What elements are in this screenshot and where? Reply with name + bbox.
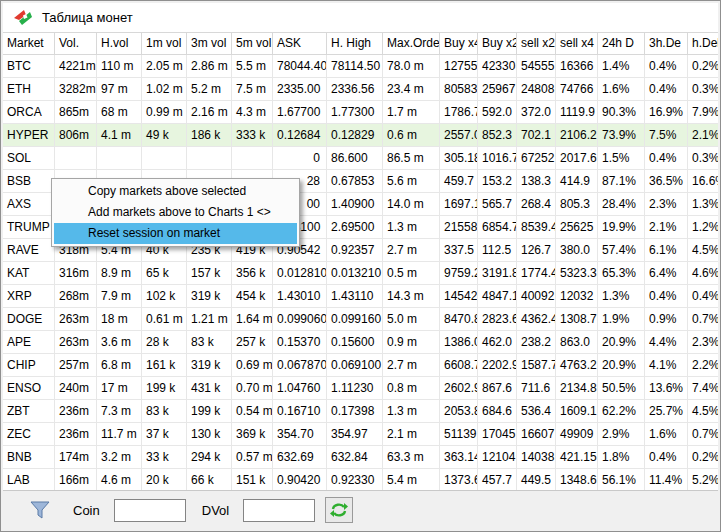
value-cell[interactable]: 867.6 — [478, 377, 517, 400]
value-cell[interactable]: 3282m — [55, 78, 97, 101]
value-cell[interactable]: 5.4 m — [383, 469, 440, 490]
value-cell[interactable]: 236m — [55, 423, 97, 446]
value-cell[interactable]: 5.2 m — [187, 78, 232, 101]
column-header-h-high[interactable]: H. High — [327, 33, 383, 55]
value-cell[interactable]: 2336.56 — [327, 78, 383, 101]
table-row-doge[interactable]: DOGE263m18 m0.61 m1.21 m1.64 m0.0990600.… — [3, 308, 718, 331]
value-cell[interactable]: 0.4% — [645, 78, 688, 101]
value-cell[interactable]: 454 k — [232, 285, 273, 308]
value-cell[interactable]: 11.7 m — [97, 423, 142, 446]
value-cell[interactable]: 1308.7 — [556, 308, 598, 331]
value-cell[interactable]: 126.7 — [517, 239, 556, 262]
value-cell[interactable]: 186 k — [187, 124, 232, 147]
value-cell[interactable]: 13.6% — [645, 377, 688, 400]
value-cell[interactable]: 110 m — [97, 55, 142, 78]
column-header-24h-d[interactable]: 24h D — [598, 33, 645, 55]
value-cell[interactable]: 14542 — [440, 285, 478, 308]
value-cell[interactable]: 21558 — [440, 216, 478, 239]
value-cell[interactable]: 50.5% — [598, 377, 645, 400]
value-cell[interactable]: 17 m — [97, 377, 142, 400]
value-cell[interactable]: 25625 — [556, 216, 598, 239]
value-cell[interactable]: 337.5 — [440, 239, 478, 262]
table-row-eth[interactable]: ETH3282m97 m1.02 m5.2 m7.5 m2335.002336.… — [3, 78, 718, 101]
value-cell[interactable]: 20 k — [142, 469, 187, 490]
value-cell[interactable]: 83 k — [142, 400, 187, 423]
value-cell[interactable]: 1.3% — [688, 193, 718, 216]
value-cell[interactable]: 268.4 — [517, 193, 556, 216]
column-header-h-delta[interactable]: h.Delta — [688, 33, 718, 55]
value-cell[interactable]: 5.2% — [688, 469, 718, 490]
value-cell[interactable]: 852.3 — [478, 124, 517, 147]
coin-filter-input[interactable] — [114, 499, 186, 522]
market-cell[interactable]: ORCA — [3, 101, 55, 124]
value-cell[interactable]: 1.8% — [598, 446, 645, 469]
value-cell[interactable]: 457.7 — [478, 469, 517, 490]
value-cell[interactable]: 0.57 m — [232, 446, 273, 469]
value-cell[interactable]: 0.17398 — [327, 400, 383, 423]
value-cell[interactable]: 112.5 — [478, 239, 517, 262]
value-cell[interactable]: 0.6 m — [383, 124, 440, 147]
value-cell[interactable]: 12104 — [478, 446, 517, 469]
value-cell[interactable]: 380.0 — [556, 239, 598, 262]
table-row-zec[interactable]: ZEC236m11.7 m37 k130 k369 k354.70354.972… — [3, 423, 718, 446]
value-cell[interactable] — [55, 147, 97, 170]
column-header-buy-x4[interactable]: Buy x4 — [440, 33, 478, 55]
value-cell[interactable]: 0.9 m — [383, 331, 440, 354]
value-cell[interactable]: 2.3% — [645, 193, 688, 216]
value-cell[interactable]: 4362.4 — [517, 308, 556, 331]
value-cell[interactable]: 14.0 m — [383, 193, 440, 216]
value-cell[interactable]: 2335.00 — [273, 78, 327, 101]
value-cell[interactable]: 1.21 m — [187, 308, 232, 331]
column-header-5m-vol[interactable]: 5m vol — [232, 33, 273, 55]
value-cell[interactable]: 151 k — [232, 469, 273, 490]
value-cell[interactable]: 536.4 — [517, 400, 556, 423]
value-cell[interactable]: 5323.3 — [556, 262, 598, 285]
market-cell[interactable]: LAB — [3, 469, 55, 490]
value-cell[interactable]: 0.54 m — [232, 400, 273, 423]
value-cell[interactable]: 2.1 m — [383, 423, 440, 446]
value-cell[interactable]: 0.61 m — [142, 308, 187, 331]
market-cell[interactable]: ZEC — [3, 423, 55, 446]
table-row-enso[interactable]: ENSO240m17 m199 k431 k0.70 m1.047601.112… — [3, 377, 718, 400]
value-cell[interactable]: 711.6 — [517, 377, 556, 400]
column-header-sell-x4[interactable]: sell x4 — [556, 33, 598, 55]
value-cell[interactable]: 8539.4 — [517, 216, 556, 239]
value-cell[interactable]: 66 k — [187, 469, 232, 490]
value-cell[interactable]: 0.69 m — [232, 354, 273, 377]
value-cell[interactable]: 97 m — [97, 78, 142, 101]
value-cell[interactable]: 18 m — [97, 308, 142, 331]
value-cell[interactable]: 65.3% — [598, 262, 645, 285]
value-cell[interactable]: 2053.8 — [440, 400, 478, 423]
value-cell[interactable]: 62.2% — [598, 400, 645, 423]
value-cell[interactable]: 0.12684 — [273, 124, 327, 147]
value-cell[interactable]: 236m — [55, 400, 97, 423]
value-cell[interactable]: 40092 — [517, 285, 556, 308]
value-cell[interactable]: 2017.6 — [556, 147, 598, 170]
value-cell[interactable]: 8470.8 — [440, 308, 478, 331]
dvol-filter-input[interactable] — [243, 499, 315, 522]
table-row-chip[interactable]: CHIP257m6.8 m161 k319 k0.69 m0.0678700.0… — [3, 354, 718, 377]
value-cell[interactable]: 0.67853 — [327, 170, 383, 193]
value-cell[interactable]: 16.9% — [645, 101, 688, 124]
value-cell[interactable]: 74766 — [556, 78, 598, 101]
market-cell[interactable]: ZBT — [3, 400, 55, 423]
table-row-lab[interactable]: LAB166m4.6 m20 k66 k151 k0.904200.923305… — [3, 469, 718, 490]
value-cell[interactable]: 354.97 — [327, 423, 383, 446]
column-header-buy-x2[interactable]: Buy x2 — [478, 33, 517, 55]
value-cell[interactable]: 56.1% — [598, 469, 645, 490]
value-cell[interactable]: 0.92330 — [327, 469, 383, 490]
value-cell[interactable]: 4.5% — [688, 239, 718, 262]
value-cell[interactable]: 0.2% — [688, 55, 718, 78]
value-cell[interactable]: 431 k — [187, 377, 232, 400]
value-cell[interactable]: 51139 — [440, 423, 478, 446]
value-cell[interactable]: 0.12829 — [327, 124, 383, 147]
value-cell[interactable]: 12755 — [440, 55, 478, 78]
value-cell[interactable]: 3191.8 — [478, 262, 517, 285]
value-cell[interactable] — [187, 147, 232, 170]
value-cell[interactable]: 1.3% — [598, 285, 645, 308]
value-cell[interactable]: 319 k — [187, 285, 232, 308]
value-cell[interactable]: 372.0 — [517, 101, 556, 124]
value-cell[interactable]: 2.7 m — [383, 239, 440, 262]
value-cell[interactable]: 2.69500 — [327, 216, 383, 239]
market-cell[interactable]: BTC — [3, 55, 55, 78]
